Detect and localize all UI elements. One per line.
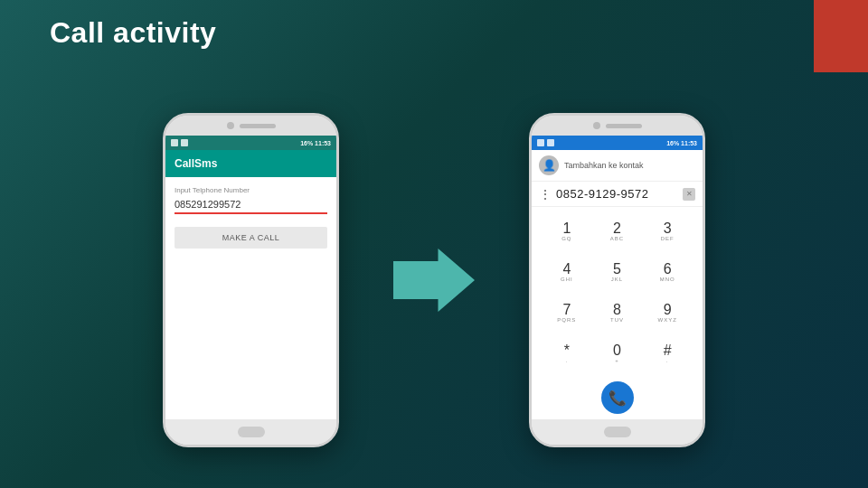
dialpad-letters-#: . — [666, 358, 669, 363]
dialpad-key-3[interactable]: 3DEF — [643, 212, 692, 251]
dialpad-num-7: 7 — [562, 303, 571, 317]
dialpad-letters-4: GHI — [561, 277, 573, 282]
dialpad-num-9: 9 — [664, 303, 672, 317]
dialpad-letters-1: GQ — [561, 236, 571, 241]
add-contact-label[interactable]: Tambahkan ke kontak — [564, 161, 644, 170]
dialpad-letters-2: ABC — [610, 236, 624, 241]
dialpad-num-#: # — [664, 343, 672, 358]
call-button[interactable]: 📞 — [601, 381, 634, 414]
accent-block — [814, 0, 868, 72]
phone-top-bar-2 — [532, 116, 703, 136]
make-call-button[interactable]: MAKE A CALL — [175, 227, 327, 249]
call-button-row: 📞 — [532, 378, 703, 419]
dialpad-num-2: 2 — [613, 221, 621, 236]
content-area: 16% 11:53 CallSms Input Telphone Number … — [0, 72, 868, 488]
dialpad-key-8[interactable]: 8TUV — [593, 294, 642, 333]
dialpad-num-4: 4 — [562, 262, 571, 277]
phone-bottom-1 — [165, 419, 336, 445]
arrow-icon — [393, 249, 475, 312]
dialpad-key-0[interactable]: 0+ — [593, 333, 642, 372]
dialpad-num-8: 8 — [613, 303, 621, 317]
dialpad-letters-9: WXYZ — [657, 317, 676, 323]
person-icon: 👤 — [542, 159, 556, 172]
dialpad-key-9[interactable]: 9WXYZ — [643, 294, 692, 333]
status-icons — [171, 139, 188, 146]
status-bar-2: 16% 11:53 — [532, 136, 703, 150]
signal-icon — [171, 139, 178, 146]
phone-speaker-2 — [606, 124, 642, 128]
dialpad-key-5[interactable]: 5JKL — [593, 253, 642, 292]
contact-avatar: 👤 — [539, 155, 559, 175]
status-icons-2 — [537, 139, 554, 146]
input-label: Input Telphone Number — [175, 186, 327, 194]
dialpad-num-0: 0 — [613, 343, 621, 358]
dialpad-letters-3: DEF — [661, 236, 675, 241]
phone-bottom-2 — [532, 419, 703, 445]
contact-row: 👤 Tambahkan ke kontak — [532, 150, 703, 182]
dialpad-letters-8: TUV — [610, 317, 624, 323]
dialpad-letters-5: JKL — [611, 277, 623, 282]
dialpad-num-6: 6 — [664, 262, 672, 277]
app-name-1: CallSms — [175, 157, 217, 170]
home-button-1[interactable] — [238, 427, 265, 437]
dialpad-num-1: 1 — [562, 221, 571, 236]
dialpad-letters-7: PQRS — [557, 317, 576, 323]
phone-frame-1: 16% 11:53 CallSms Input Telphone Number … — [163, 113, 339, 447]
wifi-icon — [181, 139, 188, 146]
dialpad-num-*: * — [564, 343, 570, 358]
dialpad-key-*[interactable]: *. — [542, 333, 591, 372]
page-title: Call activity — [50, 16, 216, 50]
phone-camera-icon — [227, 122, 234, 129]
status-bar-1: 16% 11:53 — [165, 136, 336, 150]
phone-camera-2 — [593, 122, 600, 129]
phone-speaker — [240, 124, 276, 128]
transition-arrow — [393, 249, 475, 312]
dialer-dots: ⋮ — [539, 188, 552, 201]
phone-top-bar-1 — [165, 116, 336, 136]
clear-button[interactable]: ✕ — [683, 188, 695, 201]
dialpad-key-4[interactable]: 4GHI — [542, 253, 591, 292]
status-time-2: 16% 11:53 — [666, 140, 697, 146]
dialpad-letters-6: MNO — [660, 277, 675, 282]
status-time-1: 16% 11:53 — [300, 140, 331, 146]
dialpad-num-3: 3 — [664, 221, 672, 236]
app-body-1: Input Telphone Number 085291299572 MAKE … — [165, 177, 336, 419]
dialpad-key-2[interactable]: 2ABC — [593, 212, 642, 251]
app-header-1: CallSms — [165, 150, 336, 177]
dialpad: 1GQ2ABC3DEF4GHI5JKL6MNO7PQRS8TUV9WXYZ*.0… — [532, 207, 703, 378]
dialpad-letters-*: . — [565, 358, 568, 363]
dialer-number-row: ⋮ 0852-9129-9572 ✕ — [532, 182, 703, 207]
dialpad-key-#[interactable]: #. — [643, 333, 692, 372]
dialpad-num-5: 5 — [613, 262, 621, 277]
dialpad-key-1[interactable]: 1GQ — [542, 212, 591, 251]
phone-number-input-1[interactable]: 085291299572 — [175, 197, 327, 214]
wifi-icon-2 — [547, 139, 554, 146]
phone-frame-2: 16% 11:53 👤 Tambahkan ke kontak ⋮ 0852-9… — [529, 113, 705, 447]
home-button-2[interactable] — [604, 427, 631, 437]
dialer-number-display: 0852-9129-9572 — [556, 187, 678, 201]
signal-icon-2 — [537, 139, 544, 146]
dialpad-letters-0: + — [615, 358, 619, 363]
dialpad-key-6[interactable]: 6MNO — [643, 253, 692, 292]
dialpad-key-7[interactable]: 7PQRS — [542, 294, 591, 333]
